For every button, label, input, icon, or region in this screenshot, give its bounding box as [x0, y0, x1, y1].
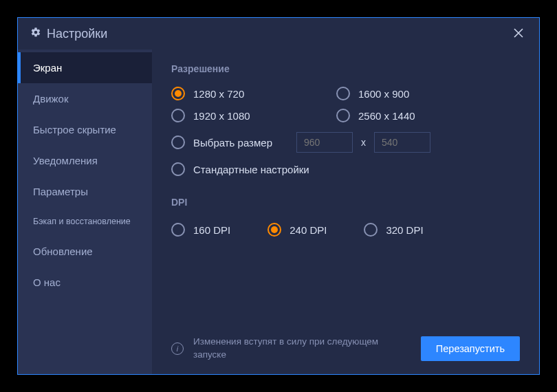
titlebar-left: Настройки	[30, 27, 107, 41]
sidebar-item-label: Параметры	[33, 186, 88, 197]
sidebar-item-screen[interactable]: Экран	[18, 52, 152, 83]
dpi-option-160[interactable]: 160 DPI	[171, 223, 230, 237]
sidebar-item-about[interactable]: О нас	[18, 267, 152, 298]
radio-label: 1280 x 720	[193, 88, 244, 100]
sidebar-item-engine[interactable]: Движок	[18, 83, 152, 114]
radio-label: Стандартные настройки	[193, 164, 309, 175]
window-body: Экран Движок Быстрое скрытие Уведомления…	[18, 50, 539, 374]
radio-icon	[171, 135, 185, 149]
sidebar-item-label: Уведомления	[33, 155, 98, 166]
radio-icon	[171, 109, 185, 122]
radio-label: 1600 x 900	[358, 88, 409, 100]
resolution-option-custom[interactable]: Выбрать размер	[171, 135, 288, 149]
resolution-section-title: Разрешение	[171, 63, 520, 74]
sidebar-item-notifications[interactable]: Уведомления	[18, 145, 152, 176]
main-panel: Разрешение 1280 x 720 1600 x 900 1920 x …	[152, 50, 539, 374]
resolution-options: 1280 x 720 1600 x 900 1920 x 1080 2560 x…	[171, 87, 520, 122]
radio-icon	[336, 87, 350, 100]
radio-label: 240 DPI	[290, 224, 327, 236]
gear-icon	[30, 27, 41, 41]
dpi-option-240[interactable]: 240 DPI	[267, 223, 327, 237]
sidebar-item-label: Бэкап и восстановление	[33, 217, 131, 226]
resolution-custom-row: Выбрать размер x	[171, 132, 520, 153]
info-icon: i	[171, 342, 184, 355]
resolution-option-2560x1440[interactable]: 2560 x 1440	[336, 109, 501, 122]
close-button[interactable]	[509, 24, 528, 43]
dpi-section-title: DPI	[171, 197, 520, 208]
restart-button[interactable]: Перезапустить	[421, 336, 520, 361]
window-title: Настройки	[47, 27, 107, 41]
radio-icon	[171, 223, 185, 237]
sidebar-item-backup[interactable]: Бэкап и восстановление	[18, 207, 152, 236]
radio-label: 160 DPI	[193, 224, 230, 236]
radio-label: Выбрать размер	[193, 137, 272, 149]
resolution-option-1600x900[interactable]: 1600 x 900	[336, 87, 501, 100]
sidebar-item-update[interactable]: Обновление	[18, 236, 152, 267]
custom-size-separator: x	[361, 137, 366, 148]
sidebar: Экран Движок Быстрое скрытие Уведомления…	[18, 50, 152, 374]
radio-label: 2560 x 1440	[358, 110, 415, 122]
sidebar-item-label: Экран	[33, 62, 62, 74]
resolution-option-1920x1080[interactable]: 1920 x 1080	[171, 109, 336, 122]
radio-icon	[171, 87, 185, 100]
sidebar-item-label: О нас	[33, 276, 61, 288]
radio-label: 320 DPI	[386, 224, 423, 236]
radio-label: 1920 x 1080	[193, 110, 250, 122]
resolution-option-1280x720[interactable]: 1280 x 720	[171, 87, 336, 100]
sidebar-item-label: Быстрое скрытие	[33, 124, 116, 135]
custom-width-input[interactable]	[296, 132, 353, 153]
settings-window: Настройки Экран Движок Быстрое скрытие У…	[17, 17, 540, 375]
dpi-option-320[interactable]: 320 DPI	[364, 223, 423, 237]
footer: i Изменения вступят в силу при следующем…	[171, 323, 520, 374]
resolution-option-default[interactable]: Стандартные настройки	[171, 162, 520, 176]
dpi-options: 160 DPI 240 DPI 320 DPI	[171, 223, 520, 237]
sidebar-item-label: Движок	[33, 93, 68, 105]
sidebar-item-parameters[interactable]: Параметры	[18, 176, 152, 207]
sidebar-item-label: Обновление	[33, 246, 93, 257]
sidebar-item-quick-hide[interactable]: Быстрое скрытие	[18, 114, 152, 145]
radio-icon	[364, 223, 378, 237]
custom-height-input[interactable]	[374, 132, 430, 153]
radio-icon	[171, 162, 185, 176]
titlebar: Настройки	[18, 18, 539, 50]
radio-icon	[267, 223, 281, 237]
radio-icon	[336, 109, 350, 122]
close-icon	[513, 25, 524, 43]
footer-message: Изменения вступят в силу при следующем з…	[193, 336, 400, 362]
